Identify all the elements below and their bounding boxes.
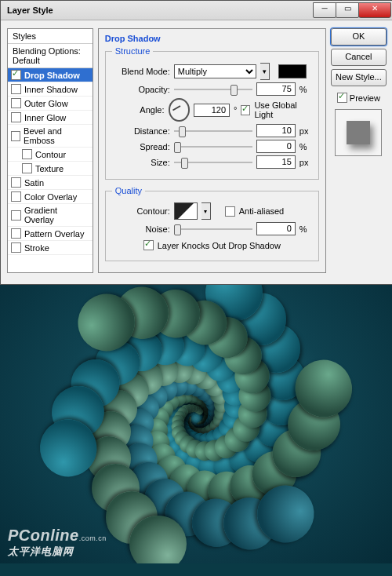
distance-slider[interactable] — [174, 126, 252, 137]
style-row-inner-shadow[interactable]: Inner Shadow — [8, 82, 93, 97]
contour-label: Contour: — [112, 206, 170, 216]
style-label: Gradient Overlay — [24, 206, 89, 224]
distance-label: Distance: — [112, 126, 170, 136]
preview-checkbox[interactable] — [337, 93, 347, 103]
blend-mode-label: Blend Mode: — [112, 67, 170, 76]
style-row-color-overlay[interactable]: Color Overlay — [8, 190, 93, 204]
document-canvas: PConline.com.cn 太平洋电脑网 — [0, 285, 392, 563]
contour-dropdown-icon[interactable]: ▾ — [201, 202, 211, 220]
structure-legend: Structure — [112, 46, 154, 56]
noise-slider[interactable] — [174, 224, 252, 235]
style-checkbox[interactable] — [11, 210, 21, 221]
style-checkbox[interactable] — [11, 242, 21, 253]
style-row-contour[interactable]: Contour — [8, 148, 93, 162]
shadow-color-swatch[interactable] — [278, 64, 307, 78]
contour-picker[interactable] — [174, 202, 198, 220]
size-slider[interactable] — [174, 157, 252, 168]
unit-px: px — [299, 126, 312, 136]
style-label: Contour — [35, 150, 66, 159]
style-label: Stroke — [24, 243, 49, 253]
style-checkbox[interactable] — [11, 98, 21, 108]
style-checkbox[interactable] — [22, 149, 32, 159]
right-button-column: OK Cancel New Style... Preview — [331, 28, 387, 273]
style-checkbox[interactable] — [11, 177, 21, 188]
style-checkbox[interactable] — [22, 163, 32, 173]
style-label: Drop Shadow — [24, 71, 80, 80]
minimize-button[interactable]: ─ — [313, 2, 336, 18]
style-checkbox[interactable] — [11, 70, 21, 80]
global-light-label: Use Global Light — [254, 100, 311, 119]
antialias-label: Anti-aliased — [239, 206, 284, 216]
spread-label: Spread: — [112, 142, 170, 151]
new-style-button[interactable]: New Style... — [331, 69, 387, 86]
knockout-checkbox[interactable] — [143, 240, 154, 250]
angle-label: Angle: — [112, 105, 165, 115]
style-row-stroke[interactable]: Stroke — [8, 241, 93, 255]
blend-mode-dropdown-icon[interactable]: ▼ — [260, 63, 270, 80]
style-label: Satin — [24, 178, 44, 188]
structure-group: Structure Blend Mode: Multiply ▼ Opacity… — [105, 46, 319, 180]
spread-input[interactable]: 0 — [256, 140, 296, 153]
noise-input[interactable]: 0 — [256, 222, 296, 235]
close-button[interactable]: ✕ — [358, 2, 391, 18]
unit-percent: % — [299, 85, 312, 94]
ok-button[interactable]: OK — [331, 28, 387, 46]
style-row-pattern-overlay[interactable]: Pattern Overlay — [8, 227, 93, 241]
preview-cube-icon — [347, 121, 370, 144]
distance-input[interactable]: 10 — [256, 124, 296, 137]
style-checkbox[interactable] — [11, 84, 21, 94]
panel-title: Drop Shadow — [105, 34, 319, 43]
quality-legend: Quality — [112, 186, 145, 195]
size-input[interactable]: 15 — [256, 155, 296, 169]
style-label: Color Overlay — [24, 192, 77, 202]
window-title: Layer Style — [7, 5, 53, 15]
preview-box — [335, 109, 382, 156]
preview-label: Preview — [350, 93, 380, 103]
watermark: PConline.com.cn 太平洋电脑网 — [8, 527, 107, 559]
style-label: Texture — [35, 164, 64, 173]
opacity-input[interactable]: 75 — [256, 82, 296, 96]
style-row-satin[interactable]: Satin — [8, 176, 93, 190]
knockout-label: Layer Knocks Out Drop Shadow — [158, 241, 281, 250]
angle-input[interactable]: 120 — [194, 104, 230, 117]
style-row-gradient-overlay[interactable]: Gradient Overlay — [8, 204, 93, 227]
style-label: Outer Glow — [24, 99, 68, 108]
style-checkbox[interactable] — [11, 112, 21, 122]
style-label: Pattern Overlay — [24, 229, 84, 239]
style-row-inner-glow[interactable]: Inner Glow — [8, 111, 93, 125]
style-checkbox[interactable] — [11, 191, 21, 202]
noise-label: Noise: — [112, 224, 170, 234]
size-label: Size: — [112, 158, 170, 167]
style-label: Inner Glow — [24, 113, 66, 122]
quality-group: Quality Contour: ▾ Anti-aliased Noise: 0… — [105, 186, 319, 261]
opacity-label: Opacity: — [112, 85, 170, 94]
style-checkbox[interactable] — [11, 131, 20, 141]
antialias-checkbox[interactable] — [225, 206, 235, 217]
styles-list: Styles Blending Options: Default Drop Sh… — [7, 28, 93, 273]
titlebar: Layer Style ─ ▭ ✕ — [1, 1, 392, 20]
unit-degree: ° — [234, 105, 237, 115]
style-checkbox[interactable] — [11, 228, 21, 239]
angle-dial[interactable] — [169, 98, 190, 122]
style-row-texture[interactable]: Texture — [8, 162, 93, 176]
style-row-drop-shadow[interactable]: Drop Shadow — [8, 68, 93, 82]
blending-options-row[interactable]: Blending Options: Default — [8, 44, 93, 68]
global-light-checkbox[interactable] — [241, 105, 250, 115]
spread-slider[interactable] — [174, 141, 252, 152]
cancel-button[interactable]: Cancel — [331, 49, 387, 66]
blend-mode-select[interactable]: Multiply — [174, 64, 256, 78]
style-row-outer-glow[interactable]: Outer Glow — [8, 97, 93, 111]
maximize-button[interactable]: ▭ — [336, 2, 359, 18]
styles-header[interactable]: Styles — [8, 29, 93, 44]
style-row-bevel-and-emboss[interactable]: Bevel and Emboss — [8, 125, 93, 148]
opacity-slider[interactable] — [174, 84, 252, 95]
effect-panel: Drop Shadow Structure Blend Mode: Multip… — [98, 28, 326, 273]
style-label: Bevel and Emboss — [24, 126, 89, 145]
style-label: Inner Shadow — [24, 85, 78, 94]
